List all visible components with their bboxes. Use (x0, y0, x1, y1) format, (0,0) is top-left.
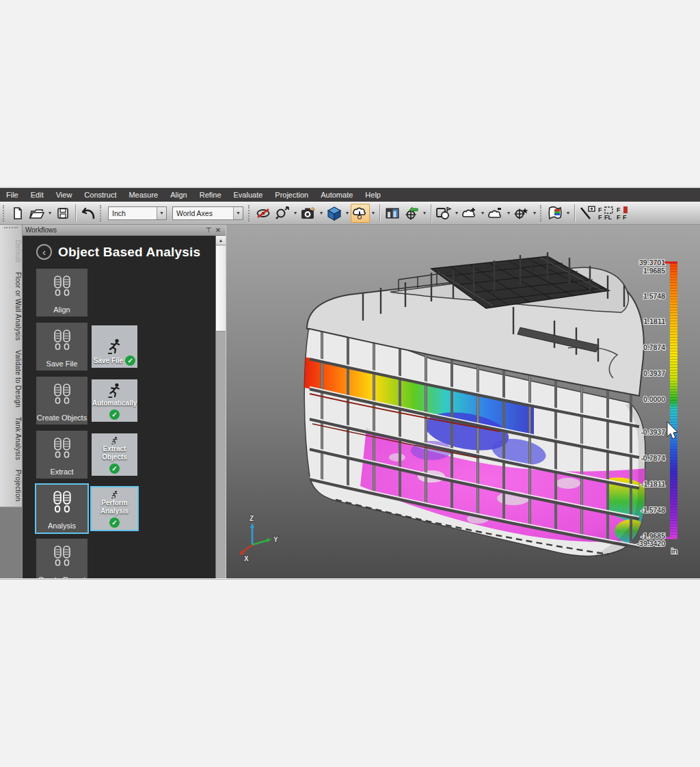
menu-view[interactable]: View (50, 189, 79, 201)
step-tile-create-objects[interactable]: Create Objects (36, 377, 88, 425)
open-file-button[interactable] (27, 204, 46, 223)
main-toolbar: ▾ Inch ▼ World Axes (0, 202, 700, 225)
runner-icon (107, 490, 123, 499)
close-panel-icon[interactable]: ✕ (213, 226, 223, 234)
legend-segments (670, 263, 677, 538)
menu-automate[interactable]: Automate (314, 189, 359, 201)
axes-dropdown-arrow[interactable]: ▼ (233, 207, 243, 219)
step-tile-align[interactable]: Align (36, 269, 88, 317)
scrollbar-thumb[interactable] (216, 245, 226, 332)
menu-align[interactable]: Align (164, 189, 193, 201)
side-tab-validate-to-design[interactable]: Validate to Design (0, 345, 22, 412)
screenshot-button[interactable] (299, 204, 318, 223)
step-tile-extract[interactable]: Extract (36, 431, 88, 479)
auto-tile-save-file[interactable]: Save File ✓ (92, 325, 137, 368)
toolbar-drag-handle[interactable] (3, 205, 6, 221)
unit-dropdown-arrow[interactable]: ▼ (157, 207, 166, 219)
menu-help[interactable]: Help (359, 189, 387, 201)
screenshot-stage: File Edit View Construct Measure Align R… (0, 0, 700, 767)
measure-line-icon (578, 205, 596, 221)
step-label: Extract (50, 468, 73, 476)
panel-drag-handle[interactable] (4, 227, 18, 234)
footprints-icon (51, 490, 73, 515)
viewport-3d[interactable]: 39.3701 1.9685 1.5748 1.1811 0.7874 0.39… (226, 225, 700, 578)
select-cloud-tool-button-active[interactable] (351, 204, 370, 223)
floor-flatness-button[interactable]: F F FL (597, 204, 616, 223)
legend-tick-label: -0.7874 (641, 454, 665, 462)
auto-tile-extract-objects[interactable]: Extract Objects ✓ (92, 433, 137, 476)
axes-combobox[interactable]: World Axes ▼ (172, 206, 243, 220)
scrollbar-up-arrow[interactable]: ▲ (216, 236, 226, 245)
screenshot-dropdown[interactable]: ▾ (318, 210, 325, 216)
step-tile-create-report[interactable]: Create Report (36, 539, 88, 578)
axis-triad: Z Y X (239, 515, 278, 563)
toolbar-drag-handle[interactable] (248, 205, 252, 221)
workflows-panel-titlebar[interactable]: Workflows ⊤ ✕ (23, 225, 226, 236)
floor-levelness-button[interactable]: F F F (616, 204, 631, 223)
undo-button[interactable] (79, 204, 98, 223)
side-tab-floor-wall-analysis[interactable]: Floor or Wall Analysis (0, 267, 22, 345)
y-axis-label: Y (273, 536, 278, 543)
navigate-dropdown[interactable]: ▾ (421, 210, 428, 216)
select-cloud-dropdown[interactable]: ▾ (370, 210, 377, 216)
measure-line-button[interactable] (578, 204, 597, 223)
examine-dropdown[interactable]: ▾ (292, 210, 299, 216)
view-cube-button[interactable] (325, 204, 344, 223)
menu-evaluate[interactable]: Evaluate (228, 189, 269, 201)
view-cube-dropdown[interactable]: ▾ (344, 210, 351, 216)
side-tab-projection[interactable]: Projection (0, 465, 22, 506)
colored-flag-icon (546, 206, 564, 221)
step-tile-analysis[interactable]: Analysis (36, 485, 88, 533)
create-object-dropdown[interactable]: ▾ (453, 210, 460, 216)
unit-combobox[interactable]: Inch ▼ (108, 206, 167, 220)
workflow-row-save-file: Save File Save File ✓ (36, 323, 137, 371)
workflow-row-extract: Extract Extract Objects ✓ (36, 431, 137, 479)
panel-scrollbar[interactable]: ▲ (215, 236, 226, 578)
new-document-button[interactable] (8, 204, 27, 223)
runner-icon (106, 382, 124, 399)
toolbar-drag-handle[interactable] (100, 205, 103, 221)
auto-tile-perform-analysis[interactable]: Perform Analysis ✓ (92, 487, 137, 530)
split-view-button[interactable] (383, 204, 402, 223)
add-cloud-button[interactable] (460, 204, 479, 223)
auto-tile-automatically[interactable]: Automatically ✓ (92, 379, 137, 422)
legend-tick-label: -1.5748 (641, 506, 665, 514)
hide-objects-button[interactable] (254, 204, 273, 223)
open-file-dropdown[interactable]: ▾ (46, 210, 53, 216)
target-star-button[interactable] (512, 204, 531, 223)
menu-file[interactable]: File (0, 189, 25, 201)
back-button[interactable]: ‹ (36, 244, 52, 260)
menu-measure[interactable]: Measure (122, 189, 164, 201)
save-file-button[interactable] (53, 204, 72, 223)
label-cloud-button[interactable] (486, 204, 505, 223)
step-label: Save File (46, 360, 78, 368)
new-document-icon (11, 206, 25, 220)
step-tile-save-file[interactable]: Save File (36, 323, 88, 371)
save-floppy-icon (56, 206, 70, 220)
side-tab-default[interactable]: Default (0, 235, 22, 267)
workflow-row-align: Align (36, 269, 88, 317)
compass-green-arrow-icon (403, 206, 420, 221)
examine-zoom-button[interactable] (273, 204, 292, 223)
target-star-dropdown[interactable]: ▾ (531, 210, 538, 216)
workflow-row-analysis-selected: Analysis Perform Analysis (36, 485, 137, 533)
workflows-panel-title: Workflows (25, 226, 204, 234)
color-map-button[interactable] (546, 204, 565, 223)
create-object-button[interactable] (434, 204, 453, 223)
side-tab-tank-analysis[interactable]: Tank Analysis (0, 412, 22, 465)
color-map-dropdown[interactable]: ▾ (565, 210, 571, 216)
menu-edit[interactable]: Edit (25, 189, 50, 201)
add-cloud-dropdown[interactable]: ▾ (479, 210, 486, 216)
pin-panel-icon[interactable]: ⊤ (204, 226, 213, 234)
footprints-icon (52, 275, 72, 298)
label-cloud-dropdown[interactable]: ▾ (505, 210, 512, 216)
menu-refine[interactable]: Refine (193, 189, 228, 201)
navigate-back-view-button[interactable] (402, 204, 421, 223)
workflow-steps-list: ‹ Object Based Analysis (23, 236, 215, 578)
menu-projection[interactable]: Projection (269, 189, 314, 201)
color-scale-legend: 39.3701 1.9685 1.5748 1.1811 0.7874 0.39… (637, 258, 677, 555)
workflow-tab-strip: Default Floor or Wall Analysis Validate … (0, 225, 23, 578)
legend-tick-label: -1.1811 (641, 480, 665, 488)
menu-construct[interactable]: Construct (78, 189, 122, 201)
toolbar-drag-handle[interactable] (540, 205, 543, 221)
